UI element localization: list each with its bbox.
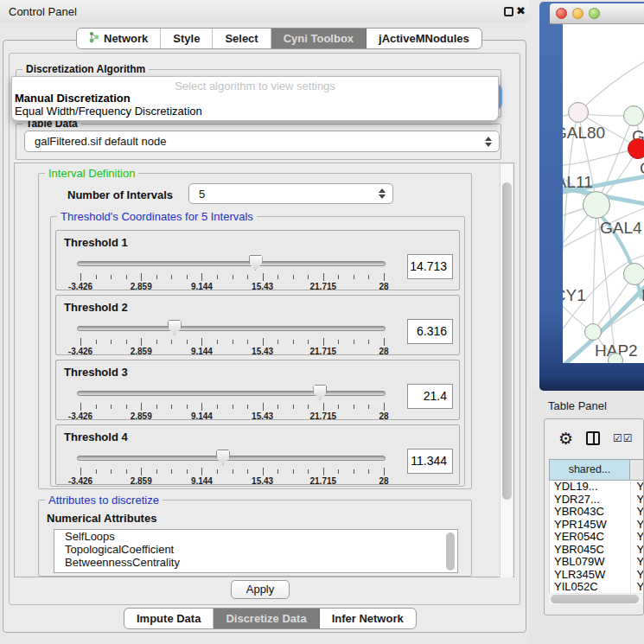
cell-shared-name: YBR045C [550,544,630,557]
network-node-gal80[interactable] [568,102,589,123]
tick-label: 15.43 [252,476,273,486]
attribute-item[interactable]: SelfLoops [54,530,457,543]
slider-thumb[interactable] [168,320,182,335]
number-of-intervals-value: 5 [199,188,205,201]
tab-infer-network[interactable]: Infer Network [320,609,416,628]
algorithm-option-2[interactable]: Equal Width/Frequency Discretization [12,105,498,118]
threshold-4-value[interactable]: 11.344 [407,449,453,474]
table-row[interactable]: YDL19...YDL1 [550,481,644,494]
table-row[interactable]: YLR345WYLR3 [550,569,644,582]
cell-shared-name: YDL19... [550,481,630,494]
tab-network[interactable]: Network [77,29,161,48]
network-node-ga[interactable] [623,105,644,126]
threshold-2-value[interactable]: 6.316 [407,319,453,344]
table-row[interactable]: YDR27...YDR2 [550,494,644,507]
tick-mark [201,273,202,281]
settings-vertical-scrollbar[interactable] [500,164,513,577]
tick-mark [384,338,385,346]
slider-track[interactable] [77,326,386,331]
attributes-scrollbar[interactable] [445,532,456,571]
gear-icon[interactable]: ⚙ [558,430,573,447]
tick-mark [263,403,264,411]
network-node-gal4[interactable] [583,191,610,219]
tick-mark [141,338,142,346]
scrollbar-thumb[interactable] [551,595,639,603]
threshold-1-slider: -3.4262.8599.14415.4321.71528 [56,253,411,291]
bottom-tab-bar: Impute DataDiscretize DataInfer Network [124,608,417,629]
scrollbar-thumb[interactable] [446,532,455,571]
tab-discretize-data[interactable]: Discretize Data [214,609,319,628]
number-of-intervals-combo[interactable]: 5 [188,183,393,204]
tick-mark [247,405,248,409]
discretization-algorithm-group-title: Discretization Algorithm [22,63,149,75]
slider-track[interactable] [77,456,386,461]
tick-mark [247,275,248,279]
zoom-traffic-light[interactable] [589,8,600,19]
scrollbar-thumb[interactable] [502,182,512,500]
network-node-8[interactable] [608,353,623,363]
table-row[interactable]: YER054CYER0 [550,531,644,544]
tick-label: 2.859 [131,347,152,356]
tick-mark [201,403,202,411]
tick-label: 2.859 [131,476,152,486]
table-row[interactable]: YPR145WYPR1 [550,519,644,532]
slider-track[interactable] [77,391,386,396]
table-data-combo[interactable]: galFiltered.sif default node [24,131,500,152]
interval-definition-title: Interval Definition [45,167,138,180]
tick-mark [308,469,309,474]
float-window-icon[interactable] [504,7,513,16]
network-node-label: GAL11 [563,173,593,192]
close-icon[interactable]: ✖ [516,4,526,17]
combo-arrows-icon [379,188,386,199]
network-node-label: C [640,159,644,178]
network-node-hap2[interactable] [584,323,602,341]
slider-thumb[interactable] [313,385,327,400]
slider-track[interactable] [77,261,386,266]
column-layout-icon[interactable] [586,431,600,445]
table-panel-title: Table Panel [548,399,607,412]
table-row[interactable]: YBL079WYBL0 [550,556,644,569]
tab-select[interactable]: Select [213,29,271,48]
network-canvas[interactable]: GAL80GACGAL11GAL4GCY1HHAP2 [563,24,644,363]
tab-cyni-toolbox[interactable]: Cyni Toolbox [271,29,367,48]
apply-button[interactable]: Apply [231,580,290,599]
attribute-item[interactable]: BetweennessCentrality [54,556,457,569]
tab-impute-data[interactable]: Impute Data [124,609,214,628]
tick-mark [308,405,309,409]
threshold-1-value[interactable]: 14.713 [407,254,453,279]
threshold-1-label: Threshold 1 [64,236,128,249]
tab-jactivemnodules[interactable]: jActiveMNodules [367,29,481,48]
tick-mark [233,469,233,474]
network-window-titlebar[interactable] [550,3,644,24]
column-header-name[interactable]: na [630,459,644,481]
algorithm-option-1[interactable]: Manual Discretization [12,92,498,105]
threshold-2-box: Threshold 2-3.4262.8599.14415.4321.71528… [55,295,460,355]
tab-style[interactable]: Style [161,29,213,48]
table-row[interactable]: YBR045CYBR0 [550,544,644,557]
table-row[interactable]: YIL052CYIL0 [550,581,644,593]
network-node-h[interactable] [623,263,644,285]
minimize-traffic-light[interactable] [572,8,583,19]
slider-thumb[interactable] [249,255,263,271]
tick-label: 15.43 [252,347,273,356]
network-node-c[interactable] [628,138,644,159]
select-columns-icon[interactable]: ☑☑ [613,432,634,444]
tick-label: 9.144 [191,411,213,421]
tick-mark [293,405,294,409]
tick-mark [156,405,157,409]
tick-mark [277,469,278,474]
algorithm-popup: Select algorithm to view settings Manual… [11,76,499,121]
attributes-group-title: Attributes to discretize [45,494,163,507]
column-header-shared-name[interactable]: shared... [549,459,630,481]
tab-network-label: Network [104,32,148,45]
threshold-3-value[interactable]: 21.4 [407,384,453,409]
table-horizontal-scrollbar[interactable] [549,594,644,604]
attribute-item[interactable]: TopologicalCoefficient [54,543,457,556]
tick-label: 2.859 [131,411,152,421]
slider-thumb[interactable] [216,450,230,465]
table-row[interactable]: YBR043CYBR0 [550,506,644,519]
control-panel-titlebar: Control Panel ✖ [0,0,529,22]
tick-mark [384,468,385,475]
tick-mark [217,405,218,409]
close-traffic-light[interactable] [556,8,567,19]
